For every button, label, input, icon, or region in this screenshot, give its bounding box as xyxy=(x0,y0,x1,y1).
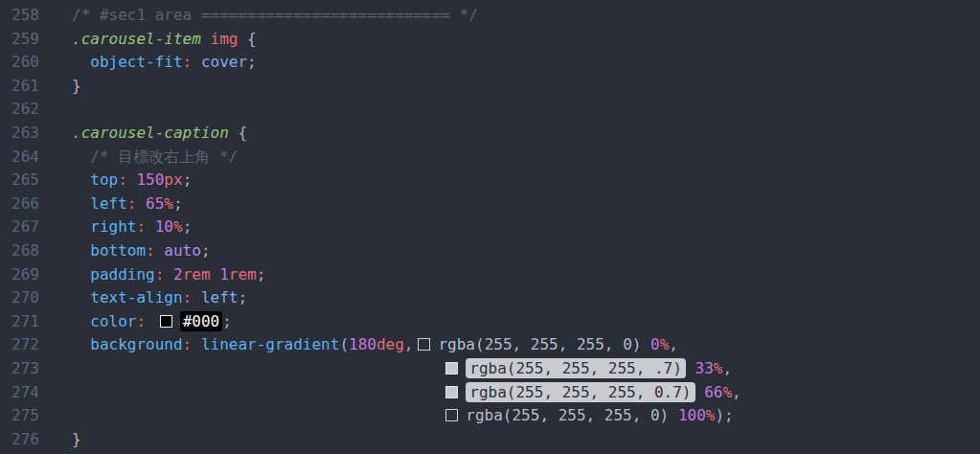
token-number: 2 xyxy=(173,265,183,284)
line-number: 261 xyxy=(0,75,39,99)
line-content: .carousel-item img { xyxy=(72,28,257,52)
color-swatch-icon[interactable] xyxy=(445,362,458,375)
token-property: bottom xyxy=(90,241,146,260)
line-content: rgba(255, 255, 255, 0) 100%); xyxy=(72,404,734,428)
code-line[interactable]: 274 rgba(255, 255, 255, 0.7) 66%, xyxy=(0,381,980,405)
line-number: 276 xyxy=(0,428,39,452)
token-property: right xyxy=(90,217,136,236)
token-unit: px xyxy=(164,170,182,189)
line-content: rgba(255, 255, 255, 0.7) 66%, xyxy=(72,381,741,405)
line-content: /* 目標改右上角 */ xyxy=(72,146,238,170)
code-line[interactable]: 264 /* 目標改右上角 */ xyxy=(0,146,980,170)
token-punctuation xyxy=(146,217,155,236)
token-number: 33 xyxy=(695,359,714,377)
token-punctuation: , xyxy=(404,335,414,353)
code-line[interactable]: 266 left: 65%; xyxy=(0,193,980,216)
code-line[interactable]: 270 text-align: left; xyxy=(0,286,980,310)
token-punctuation: ; xyxy=(247,53,257,71)
line-content: right: 10%; xyxy=(72,216,192,239)
code-line[interactable]: 260 object-fit: cover; xyxy=(0,51,980,75)
line-number: 274 xyxy=(0,381,39,405)
token-punctuation xyxy=(72,53,90,71)
line-number: 269 xyxy=(0,263,39,287)
token-colon: : xyxy=(118,170,127,189)
code-line[interactable]: 273 rgba(255, 255, 255, .7) 33%, xyxy=(0,357,980,381)
line-number: 270 xyxy=(0,286,39,310)
token-number: 180 xyxy=(349,335,376,353)
token-punctuation xyxy=(136,194,146,213)
code-line[interactable]: 262 xyxy=(0,98,980,122)
color-swatch-icon[interactable] xyxy=(445,386,458,398)
color-swatch-icon[interactable] xyxy=(160,315,172,328)
line-number: 271 xyxy=(0,310,39,334)
line-content: top: 150px; xyxy=(72,169,192,193)
token-value-keyword: auto xyxy=(164,241,201,260)
token-punctuation xyxy=(72,383,441,401)
token-punctuation xyxy=(192,335,201,353)
token-value-keyword: left xyxy=(201,288,239,306)
token-punctuation xyxy=(695,383,705,401)
code-line[interactable]: 276} xyxy=(0,428,980,452)
token-property: top xyxy=(90,170,118,189)
token-number: 100 xyxy=(678,406,706,424)
token-punctuation xyxy=(211,265,220,284)
color-swatch-icon[interactable] xyxy=(418,338,430,351)
token-number: 66 xyxy=(704,383,722,401)
code-line[interactable]: 275 rgba(255, 255, 255, 0) 100%); xyxy=(0,404,980,428)
code-line[interactable]: 272 background: linear-gradient(180deg,r… xyxy=(0,333,980,357)
line-number: 266 xyxy=(0,193,39,216)
token-punctuation xyxy=(72,217,90,236)
token-unit: deg xyxy=(376,335,404,353)
code-line[interactable]: 263.carousel-caption { xyxy=(0,122,980,146)
line-content: text-align: left; xyxy=(72,286,247,310)
token-colon: : xyxy=(146,241,155,260)
token-punctuation: ; xyxy=(238,288,247,306)
line-number: 262 xyxy=(0,98,39,122)
token-punctuation xyxy=(155,241,165,260)
token-punctuation: } xyxy=(72,77,81,95)
token-rgba-value: rgba(255, 255, 255, 0) xyxy=(438,335,641,353)
token-property: text-align xyxy=(90,288,182,306)
line-content: rgba(255, 255, 255, .7) 33%, xyxy=(72,357,732,381)
token-punctuation xyxy=(686,359,695,377)
token-punctuation: , xyxy=(722,359,732,377)
token-rgba-value: rgba(255, 255, 255, 0) xyxy=(466,406,669,424)
code-line[interactable]: 258/* #sec1 area =======================… xyxy=(0,4,980,28)
code-line[interactable]: 265 top: 150px; xyxy=(0,169,980,193)
token-punctuation xyxy=(72,148,90,166)
token-number: 0 xyxy=(650,335,660,353)
token-punctuation xyxy=(669,406,678,424)
token-punctuation: , xyxy=(669,335,678,353)
token-unit: % xyxy=(660,335,670,353)
code-editor[interactable]: 258/* #sec1 area =======================… xyxy=(0,0,980,454)
token-comment: /* 目標改右上角 */ xyxy=(90,148,238,166)
token-selector: .carousel-item xyxy=(72,30,201,48)
token-punctuation: { xyxy=(238,30,256,48)
code-line[interactable]: 259.carousel-item img { xyxy=(0,28,980,52)
line-number: 264 xyxy=(0,146,39,170)
token-punctuation xyxy=(72,335,90,353)
token-colon: : xyxy=(183,288,193,306)
token-unit: % xyxy=(714,359,723,377)
line-content: bottom: auto; xyxy=(72,239,211,263)
token-punctuation xyxy=(641,335,650,353)
token-selector: .carousel-caption xyxy=(72,124,229,142)
token-colon: : xyxy=(127,194,137,213)
token-unit: % xyxy=(706,406,716,424)
token-property: color xyxy=(90,312,136,330)
code-line[interactable]: 267 right: 10%; xyxy=(0,216,980,239)
code-line[interactable]: 261} xyxy=(0,75,980,99)
token-punctuation xyxy=(72,241,90,260)
code-line[interactable]: 269 padding: 2rem 1rem; xyxy=(0,263,980,287)
token-punctuation xyxy=(72,312,90,330)
code-line[interactable]: 268 bottom: auto; xyxy=(0,239,980,263)
token-value-keyword: cover xyxy=(201,53,247,71)
token-number: 65 xyxy=(146,194,164,213)
rgba-highlight-pill: rgba(255, 255, 255, .7) xyxy=(466,358,686,378)
code-line[interactable]: 271 color: #000; xyxy=(0,310,980,334)
token-punctuation xyxy=(192,288,201,306)
token-punctuation: ; xyxy=(201,241,211,260)
token-colon: : xyxy=(183,53,193,71)
line-number: 265 xyxy=(0,169,39,193)
color-swatch-icon[interactable] xyxy=(445,409,458,421)
